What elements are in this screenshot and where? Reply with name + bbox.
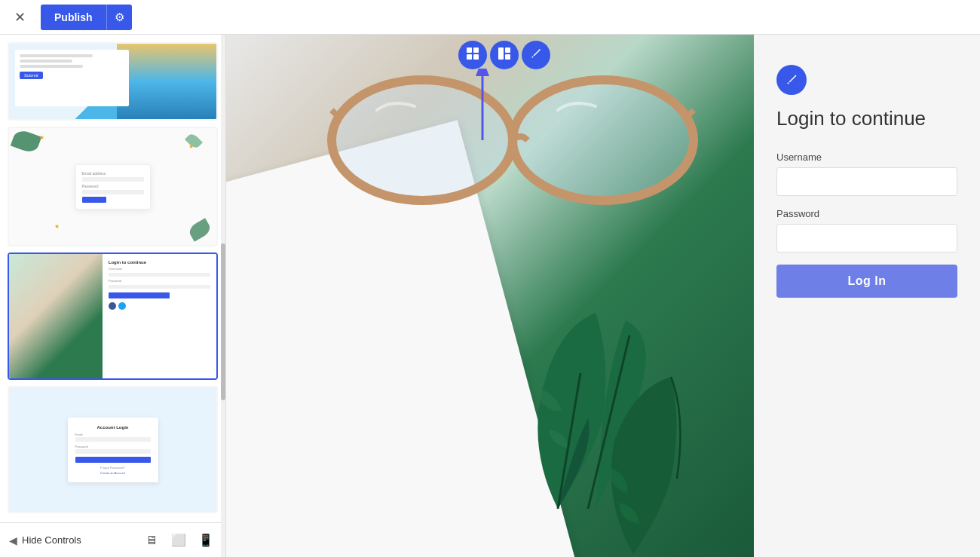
blocks-tool-button[interactable]: [458, 41, 487, 69]
mobile-view-button[interactable]: 📱: [195, 530, 216, 551]
publish-settings-button[interactable]: ⚙: [106, 5, 132, 30]
canvas-area: [226, 35, 754, 557]
username-label: Username: [776, 151, 822, 163]
svg-rect-1: [473, 47, 479, 53]
login-button[interactable]: Log In: [776, 265, 957, 298]
chevron-left-icon: ◀: [9, 534, 17, 546]
hide-controls-button[interactable]: ◀ Hide Controls: [9, 534, 81, 546]
template-item-2[interactable]: ★ ★ ★ Email address Password: [8, 127, 218, 246]
glasses-image: [317, 57, 709, 208]
view-icons: 🖥 ⬜ 📱: [141, 530, 216, 551]
panel-bottom: ◀ Hide Controls 🖥 ⬜ 📱: [0, 522, 225, 557]
close-button[interactable]: ✕: [9, 7, 30, 28]
main-area: Submit ★ ★ ★ Email address Password: [0, 35, 980, 557]
scroll-thumb: [221, 243, 225, 400]
arrow-indicator: [460, 69, 505, 147]
publish-group: Publish ⚙: [41, 5, 132, 30]
username-input[interactable]: [776, 167, 957, 196]
template-item-1[interactable]: Submit: [8, 42, 218, 121]
template-item-3[interactable]: Login to continue Username Password: [8, 252, 218, 380]
svg-rect-0: [467, 47, 472, 53]
canvas-toolbar: [458, 41, 550, 69]
svg-rect-5: [505, 47, 510, 53]
svg-rect-3: [473, 54, 479, 60]
scroll-indicator: [221, 35, 225, 557]
right-panel: Login to continue Username Password Log …: [754, 35, 980, 557]
login-title: Login to continue: [776, 107, 926, 130]
templates-scroll[interactable]: Submit ★ ★ ★ Email address Password: [0, 35, 225, 522]
hide-controls-label: Hide Controls: [22, 534, 81, 546]
edit-icon: [529, 47, 543, 64]
password-input[interactable]: [776, 224, 957, 252]
tablet-icon: ⬜: [171, 533, 186, 547]
templates-panel: Submit ★ ★ ★ Email address Password: [0, 35, 226, 557]
tablet-view-button[interactable]: ⬜: [168, 530, 189, 551]
leaf-decoration-2: [596, 373, 731, 557]
desktop-view-button[interactable]: 🖥: [141, 530, 162, 551]
svg-rect-6: [505, 54, 510, 60]
svg-rect-2: [467, 54, 472, 60]
svg-point-10: [513, 80, 694, 200]
top-bar: ✕ Publish ⚙: [0, 0, 980, 35]
svg-rect-4: [498, 47, 504, 60]
template-item-4[interactable]: Account Login Email Password Forgot Pass…: [8, 386, 218, 513]
desktop-icon: 🖥: [145, 534, 158, 547]
mobile-icon: 📱: [198, 533, 213, 547]
layout-tool-button[interactable]: [490, 41, 519, 69]
pencil-icon-badge: [776, 65, 807, 95]
edit-tool-button[interactable]: [522, 41, 550, 69]
blocks-icon: [465, 46, 480, 65]
password-label: Password: [776, 208, 819, 219]
publish-button[interactable]: Publish: [41, 5, 106, 30]
layout-icon: [497, 46, 512, 65]
